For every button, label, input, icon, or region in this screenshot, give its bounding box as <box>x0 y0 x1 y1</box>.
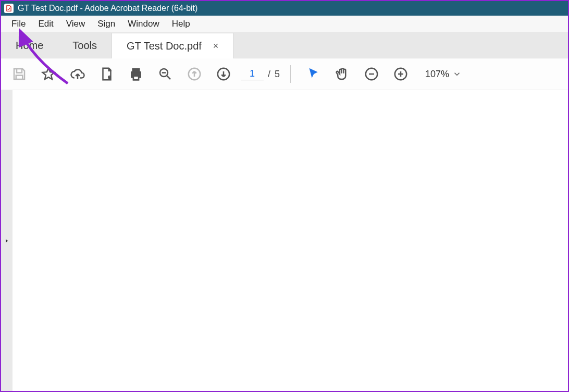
hand-tool-button[interactable] <box>330 62 354 86</box>
toolbar: / 5 107% <box>1 58 568 90</box>
cloud-upload-button[interactable] <box>66 62 90 86</box>
menu-view[interactable]: View <box>60 17 92 31</box>
tab-tools-label: Tools <box>72 40 97 52</box>
chevron-down-icon <box>452 69 462 79</box>
page-total: 5 <box>275 69 280 80</box>
find-button[interactable] <box>153 62 177 86</box>
menu-help[interactable]: Help <box>166 17 196 31</box>
tab-home[interactable]: Home <box>1 33 58 58</box>
svg-rect-1 <box>133 76 139 80</box>
page-indicator: / 5 <box>241 68 280 80</box>
secure-doc-button[interactable] <box>95 62 119 86</box>
star-icon <box>41 66 56 82</box>
nav-pane-toggle[interactable] <box>1 90 13 391</box>
star-button[interactable] <box>36 62 60 86</box>
tab-close-button[interactable]: × <box>213 41 219 52</box>
tab-document-label: GT Test Doc.pdf <box>127 40 202 52</box>
secure-doc-icon <box>99 66 115 82</box>
menu-sign[interactable]: Sign <box>91 17 121 31</box>
titlebar: GT Test Doc.pdf - Adobe Acrobat Reader (… <box>1 1 568 16</box>
page-up-icon <box>187 66 202 82</box>
window-title: GT Test Doc.pdf - Adobe Acrobat Reader (… <box>18 4 197 13</box>
page-down-button[interactable] <box>212 62 236 86</box>
print-icon <box>128 66 144 82</box>
save-button[interactable] <box>7 62 31 86</box>
find-icon <box>157 66 173 82</box>
page-up-button[interactable] <box>182 62 206 86</box>
menubar: File Edit View Sign Window Help <box>1 16 568 33</box>
acrobat-window: GT Test Doc.pdf - Adobe Acrobat Reader (… <box>0 0 569 392</box>
zoom-out-icon <box>364 66 379 82</box>
zoom-in-button[interactable] <box>389 62 413 86</box>
hand-icon <box>335 66 350 82</box>
tab-tools[interactable]: Tools <box>58 33 112 58</box>
page-sep: / <box>268 69 270 80</box>
zoom-dropdown[interactable]: 107% <box>421 69 462 80</box>
menu-window[interactable]: Window <box>121 17 165 31</box>
page-down-icon <box>216 66 231 82</box>
tabbar: Home Tools GT Test Doc.pdf × <box>1 33 568 58</box>
pointer-icon <box>305 66 321 82</box>
acrobat-app-icon <box>4 4 14 13</box>
cloud-upload-icon <box>70 66 85 82</box>
toolbar-separator <box>290 65 291 83</box>
zoom-in-icon <box>393 66 409 82</box>
zoom-value: 107% <box>421 69 449 80</box>
zoom-out-button[interactable] <box>360 62 384 86</box>
content-area <box>1 90 568 391</box>
expand-panel-icon <box>4 238 10 244</box>
page-number-input[interactable] <box>241 68 264 80</box>
document-view[interactable] <box>13 90 568 391</box>
pointer-tool-button[interactable] <box>301 62 325 86</box>
tab-home-label: Home <box>16 40 43 52</box>
print-button[interactable] <box>124 62 148 86</box>
menu-file[interactable]: File <box>5 17 32 31</box>
save-icon <box>11 66 27 82</box>
menu-edit[interactable]: Edit <box>32 17 59 31</box>
tab-document[interactable]: GT Test Doc.pdf × <box>112 33 233 58</box>
